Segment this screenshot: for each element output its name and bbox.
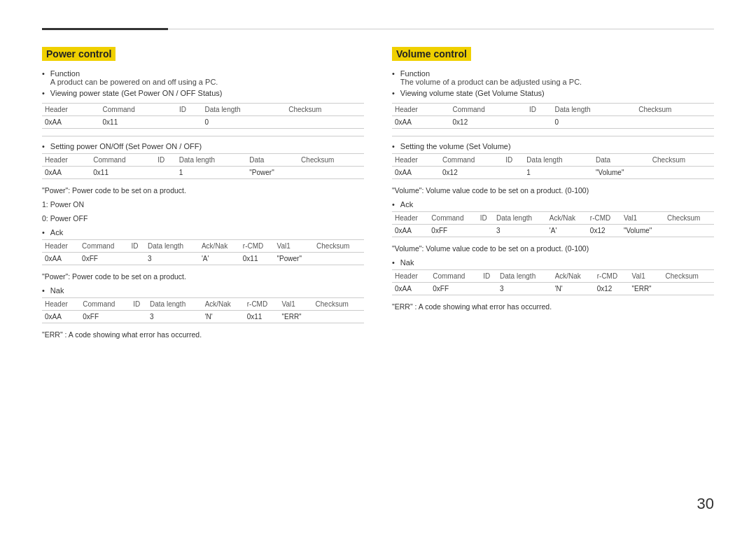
power-function-label: Function	[50, 69, 218, 78]
power-viewing-label: Viewing power state (Get Power ON / OFF …	[50, 89, 223, 97]
page: Power control Function A product can be …	[0, 0, 756, 386]
table-row: 0xAA 0xFF 3 'N' 0x11 "ERR"	[42, 311, 364, 323]
col-header-id: ID	[176, 104, 202, 116]
volume-function-desc: The volume of a product can be adjusted …	[400, 78, 582, 86]
power-note2: 1: Power ON	[42, 200, 364, 209]
cell-datalength: 0	[202, 116, 286, 129]
volume-nak-bullet: Nak	[392, 258, 714, 267]
content-columns: Power control Function A product can be …	[42, 47, 714, 344]
volume-viewing-item: Viewing volume state (Get Volume Status)	[392, 89, 714, 97]
power-viewing-item: Viewing power state (Get Power ON / OFF …	[42, 89, 364, 97]
power-nak-table: Header Command ID Data length Ack/Nak r-…	[42, 297, 364, 323]
divider	[392, 136, 714, 136]
table-row: 0xAA 0x11 0	[42, 116, 364, 129]
col-header-datalength: Data length	[202, 104, 286, 116]
col-command: Command	[79, 240, 128, 253]
power-function-desc: A product can be powered on and off usin…	[50, 78, 218, 86]
col-acknak: Ack/Nak	[199, 240, 240, 253]
power-nak-bullet: Nak	[42, 286, 364, 295]
power-viewing-table-section: Header Command ID Data length Checksum 0…	[42, 103, 364, 129]
cell-header: 0xAA	[42, 167, 90, 179]
power-setting-label: Setting power ON/Off (Set Power ON / OFF…	[50, 142, 202, 150]
col-header-checksum: Checksum	[298, 154, 364, 167]
col-header-data: Data	[246, 154, 298, 167]
cell-command: 0x11	[90, 167, 155, 179]
volume-function-list: Function The volume of a product can be …	[392, 69, 714, 97]
table-row: 0xAA 0x11 1 "Power"	[42, 167, 364, 179]
col-header-datalength: Data length	[176, 154, 246, 167]
cell-header: 0xAA	[42, 116, 100, 129]
top-border	[42, 28, 714, 30]
power-control-title: Power control	[42, 47, 115, 61]
top-border-right	[168, 29, 714, 29]
volume-viewing-label: Viewing volume state (Get Volume Status)	[400, 89, 545, 97]
volume-ack-note: "Volume": Volume value code to be set on…	[392, 244, 714, 253]
cell-id	[155, 167, 176, 179]
power-ack-table: Header Command ID Data length Ack/Nak r-…	[42, 239, 364, 265]
power-nak-table-section: Header Command ID Data length Ack/Nak r-…	[42, 297, 364, 323]
volume-control-title: Volume control	[392, 47, 471, 61]
volume-setting-table-section: Header Command ID Data length Data Check…	[392, 153, 714, 179]
col-header-id: ID	[155, 154, 176, 167]
volume-nak-label: Nak	[400, 258, 414, 267]
cell-checksum	[286, 116, 364, 129]
power-setting-table-section: Header Command ID Data length Data Check…	[42, 153, 364, 179]
power-note3: 0: Power OFF	[42, 214, 364, 223]
table-row: 0xAA 0xFF 3 'A' 0x11 "Power"	[42, 253, 364, 265]
cell-data: "Power"	[246, 167, 298, 179]
col-checksum: Checksum	[314, 240, 364, 253]
power-control-section: Power control Function A product can be …	[42, 47, 364, 344]
volume-setting-bullet: Setting the volume (Set Volume)	[392, 142, 714, 150]
volume-control-section: Volume control Function The volume of a …	[392, 47, 714, 344]
power-ack-note: "Power": Power code to be set on a produ…	[42, 272, 364, 281]
power-function-list: Function A product can be powered on and…	[42, 69, 364, 97]
cell-datalength: 1	[176, 167, 246, 179]
volume-ack-table-section: Header Command ID Data length Ack/Nak r-…	[392, 211, 714, 237]
power-setting-bullet: Setting power ON/Off (Set Power ON / OFF…	[42, 142, 364, 150]
power-nak-label: Nak	[50, 286, 64, 295]
volume-function-label: Function	[400, 69, 582, 78]
col-header-checksum: Checksum	[286, 104, 364, 116]
volume-viewing-table-section: Header Command ID Data length Checksum 0…	[392, 103, 714, 129]
power-ack-label: Ack	[50, 228, 63, 237]
table-row: 0xAA 0x12 1 "Volume"	[392, 167, 714, 179]
col-header-command: Command	[90, 154, 155, 167]
power-function-item: Function A product can be powered on and…	[42, 69, 364, 86]
volume-note1: "Volume": Volume value code to be set on…	[392, 186, 714, 195]
power-setting-table: Header Command ID Data length Data Check…	[42, 153, 364, 179]
table-row: 0xAA 0x12 0	[392, 116, 714, 129]
col-rcmd: r-CMD	[240, 240, 274, 253]
top-border-left	[42, 28, 168, 30]
volume-nak-table: Header Command ID Data length Ack/Nak r-…	[392, 269, 714, 295]
cell-command: 0x11	[100, 116, 177, 129]
table-row: 0xAA 0xFF 3 'A' 0x12 "Volume"	[392, 225, 714, 237]
volume-setting-label: Setting the volume (Set Volume)	[400, 142, 511, 150]
col-header-command: Command	[100, 104, 177, 116]
col-val1: Val1	[274, 240, 314, 253]
col-header-header: Header	[42, 104, 100, 116]
cell-checksum	[298, 167, 364, 179]
volume-ack-table: Header Command ID Data length Ack/Nak r-…	[392, 211, 714, 237]
col-datalength: Data length	[145, 240, 199, 253]
volume-viewing-table: Header Command ID Data length Checksum 0…	[392, 103, 714, 129]
volume-setting-table: Header Command ID Data length Data Check…	[392, 153, 714, 179]
power-err-note: "ERR" : A code showing what error has oc…	[42, 330, 364, 339]
divider	[42, 136, 364, 136]
col-header: Header	[42, 240, 79, 253]
page-number: 30	[697, 495, 714, 513]
table-row: 0xAA 0xFF 3 'N' 0x12 "ERR"	[392, 283, 714, 295]
volume-ack-label: Ack	[400, 200, 413, 209]
power-ack-table-section: Header Command ID Data length Ack/Nak r-…	[42, 239, 364, 265]
volume-ack-bullet: Ack	[392, 200, 714, 209]
volume-function-item: Function The volume of a product can be …	[392, 69, 714, 86]
col-id: ID	[129, 240, 145, 253]
power-note1: "Power": Power code to be set on a produ…	[42, 186, 364, 195]
power-ack-bullet: Ack	[42, 228, 364, 237]
power-viewing-table: Header Command ID Data length Checksum 0…	[42, 103, 364, 129]
col-header-header: Header	[42, 154, 90, 167]
volume-err-note: "ERR" : A code showing what error has oc…	[392, 302, 714, 311]
cell-id	[176, 116, 202, 129]
volume-nak-table-section: Header Command ID Data length Ack/Nak r-…	[392, 269, 714, 295]
